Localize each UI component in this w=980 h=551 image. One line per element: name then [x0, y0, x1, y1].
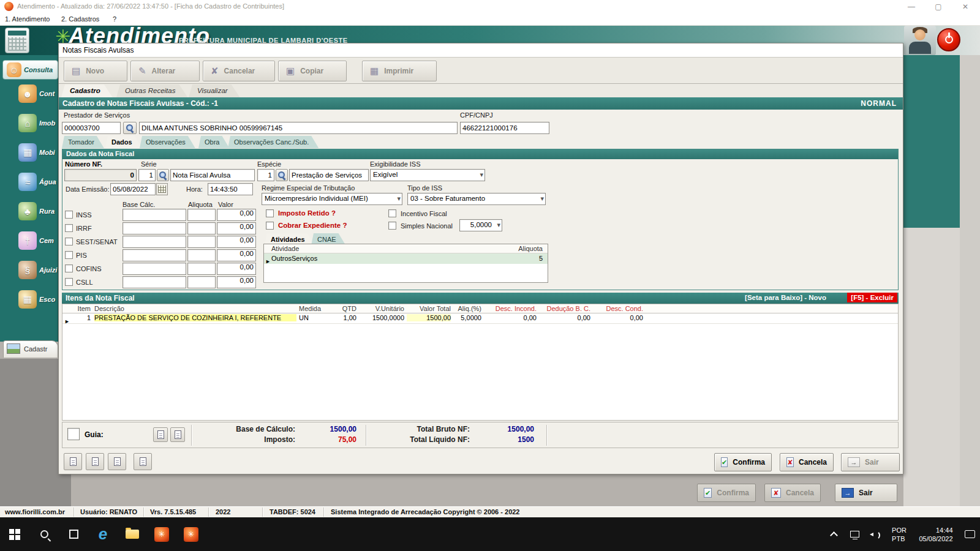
close-button[interactable]: ✕: [952, 0, 979, 13]
sidebar-item-cadastros[interactable]: Cadastr: [3, 340, 58, 358]
calendar-button[interactable]: [156, 183, 168, 195]
tab-observacoes[interactable]: Observações: [140, 136, 195, 148]
sest-checkbox[interactable]: [65, 238, 73, 246]
cancela-button[interactable]: ✘ Cancela: [780, 453, 834, 471]
alterar-button[interactable]: ✎ Alterar: [130, 61, 200, 81]
cpf-field[interactable]: [460, 122, 549, 134]
tipo-iss-select[interactable]: 03 - Sobre Faturamento: [407, 193, 546, 205]
csll-base-field[interactable]: [123, 276, 186, 288]
cofins-checkbox[interactable]: [65, 264, 73, 272]
item-row[interactable]: 1 PRESTAÇÃO DE SERVIÇO DE COZINHEIRA I, …: [62, 313, 898, 324]
serie-search-button[interactable]: [157, 169, 169, 181]
cofins-base-field[interactable]: [123, 263, 186, 275]
especie-nome-field[interactable]: [289, 169, 369, 181]
sest-valor-field[interactable]: 0,00: [217, 236, 256, 248]
notification-center-button[interactable]: [959, 517, 980, 551]
network-tray-button[interactable]: [844, 517, 865, 551]
inss-base-field[interactable]: [123, 209, 186, 221]
hora-field[interactable]: [208, 183, 253, 195]
imprimir-button[interactable]: ▦ Imprimir: [362, 61, 437, 81]
cofins-valor-field[interactable]: 0,00: [217, 263, 256, 275]
cancelar-button[interactable]: ✘ Cancelar: [203, 61, 275, 81]
sidebar-item-rural[interactable]: ♣ Rura: [18, 202, 55, 220]
irrf-valor-field[interactable]: 0,00: [217, 222, 256, 234]
pis-checkbox[interactable]: [65, 251, 73, 259]
outer-exit-button[interactable]: → Sair: [835, 484, 897, 502]
especie-search-button[interactable]: [276, 169, 288, 181]
atividade-row[interactable]: OutrosServiços 5: [264, 253, 548, 264]
file-explorer-button[interactable]: [118, 517, 147, 551]
sair-button[interactable]: → Sair: [841, 453, 900, 471]
tab-obra[interactable]: Obra: [198, 136, 229, 148]
serie-field[interactable]: [138, 169, 156, 181]
clock-tray-button[interactable]: 14:44 05/08/2022: [913, 517, 959, 551]
tab-tomador[interactable]: Tomador: [62, 136, 104, 148]
menu-help[interactable]: ?: [113, 15, 116, 23]
data-emissao-field[interactable]: [110, 183, 156, 195]
csll-checkbox[interactable]: [65, 278, 73, 286]
maximize-button[interactable]: ▢: [925, 0, 952, 13]
outer-confirm-button[interactable]: ✔ Confirma: [697, 484, 756, 502]
prestador-code-field[interactable]: [62, 122, 121, 134]
sidebar-item-cemiterio[interactable]: † Cem: [18, 231, 54, 250]
sidebar-item-mobiliario[interactable]: ▦ Mobi: [18, 143, 55, 162]
serie-nome-field[interactable]: [170, 169, 255, 181]
sidebar-item-ajuizadas[interactable]: § Ajuizi: [18, 261, 57, 279]
pis-base-field[interactable]: [123, 249, 186, 261]
irrf-aliquota-field[interactable]: [187, 222, 216, 234]
inss-valor-field[interactable]: 0,00: [217, 209, 256, 221]
edge-button[interactable]: e: [88, 517, 118, 551]
guia-copy-button[interactable]: [153, 427, 168, 442]
language-tray-button[interactable]: POR PTB: [886, 517, 913, 551]
tray-chevron-button[interactable]: [823, 517, 844, 551]
nav-prev-button[interactable]: [86, 453, 104, 470]
tab-dados[interactable]: Dados: [105, 136, 142, 148]
tab-visualizar[interactable]: Visualizar: [189, 84, 240, 97]
sidebar-item-agua[interactable]: ≈ Água: [18, 173, 56, 191]
tab-cadastro[interactable]: Cadastro: [61, 84, 113, 97]
status-site[interactable]: www.fiorilli.com.br: [5, 508, 65, 515]
nav-first-button[interactable]: [64, 453, 82, 470]
app-taskbar-button-2[interactable]: ✳: [176, 517, 206, 551]
copiar-button[interactable]: ▣ Copiar: [278, 61, 347, 81]
simples-aliquota-select[interactable]: 5,0000: [459, 219, 502, 231]
cobrar-expediente-checkbox[interactable]: [266, 222, 274, 230]
incentivo-checkbox[interactable]: [388, 209, 396, 217]
irrf-checkbox[interactable]: [65, 224, 73, 232]
sest-base-field[interactable]: [123, 236, 186, 248]
especie-field[interactable]: [257, 169, 274, 181]
exigibilidade-select[interactable]: Exigível: [370, 169, 485, 181]
csll-valor-field[interactable]: 0,00: [217, 276, 256, 288]
menu-atendimento[interactable]: 1. Atendimento: [5, 15, 50, 23]
sest-aliquota-field[interactable]: [187, 236, 216, 248]
tab-outras-receitas[interactable]: Outras Receitas: [116, 84, 187, 97]
guia-checkbox[interactable]: [67, 428, 80, 440]
menu-cadastros[interactable]: 2. Cadastros: [61, 15, 99, 23]
numero-field[interactable]: [64, 169, 137, 181]
irrf-base-field[interactable]: [123, 222, 186, 234]
app-taskbar-button-1[interactable]: ✳: [147, 517, 176, 551]
sidebar-item-escola[interactable]: ▦ Esco: [18, 290, 55, 309]
inss-checkbox[interactable]: [65, 211, 73, 219]
outer-cancel-button[interactable]: ✘ Cancela: [764, 484, 821, 502]
csll-aliquota-field[interactable]: [187, 276, 216, 288]
start-button[interactable]: [0, 517, 29, 551]
nav-next-button[interactable]: [108, 453, 126, 470]
guia-print-button[interactable]: [170, 427, 185, 442]
confirma-button[interactable]: ✔ Confirma: [714, 453, 772, 471]
volume-tray-button[interactable]: [865, 517, 886, 551]
task-view-button[interactable]: [59, 517, 88, 551]
regime-select[interactable]: Microempresário Individual (MEI): [262, 193, 402, 205]
pis-aliquota-field[interactable]: [187, 249, 216, 261]
sidebar-item-consulta[interactable]: ☺ Consulta: [2, 60, 58, 80]
cofins-aliquota-field[interactable]: [187, 263, 216, 275]
tab-observacoes-canc[interactable]: Observações Canc./Sub.: [228, 136, 318, 148]
sidebar-item-imobiliario[interactable]: ⌂ Imob: [18, 114, 55, 132]
taskbar-search-button[interactable]: [29, 517, 59, 551]
sidebar-item-contribuintes[interactable]: ☻ Cont: [18, 84, 55, 103]
nav-last-button[interactable]: [134, 453, 152, 470]
simples-checkbox[interactable]: [388, 222, 396, 230]
exit-power-button[interactable]: [937, 28, 960, 51]
prestador-search-button[interactable]: [123, 122, 137, 134]
pis-valor-field[interactable]: 0,00: [217, 249, 256, 261]
